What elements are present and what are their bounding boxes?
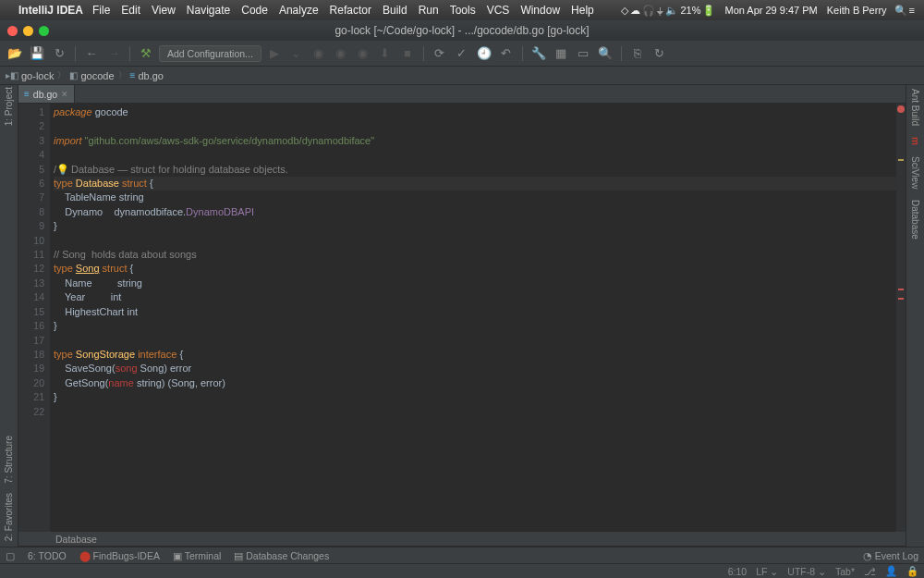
tool-database[interactable]: Database xyxy=(910,200,920,240)
user-name[interactable]: Keith B Perry xyxy=(827,5,887,16)
inspection-icon[interactable]: 👤 xyxy=(885,565,897,577)
coverage-button[interactable]: ◉ xyxy=(310,44,328,63)
commit-button[interactable]: ✓ xyxy=(453,44,471,63)
menu-file[interactable]: File xyxy=(92,4,110,17)
window-title: go-lock [~/Code/go-lock] - .../gocode/db… xyxy=(0,24,924,37)
cloud-icon[interactable]: ☁ xyxy=(630,5,640,17)
menu-navigate[interactable]: Navigate xyxy=(187,4,230,17)
nav-pkg[interactable]: ◧gocode xyxy=(69,70,114,81)
nav-root[interactable]: ▸◧go-lock xyxy=(6,70,54,81)
close-tab-icon[interactable]: ✕ xyxy=(61,90,68,99)
bottom-tool-stripe: ▢ 6: TODO ⬤ FindBugs-IDEA ▣ Terminal ▤ D… xyxy=(0,547,924,563)
menu-tools[interactable]: Tools xyxy=(450,4,476,17)
chevron-icon: 〉 xyxy=(57,69,66,81)
tab-db-go[interactable]: ≡ db.go ✕ xyxy=(18,85,75,103)
back-button[interactable]: ← xyxy=(82,44,101,63)
refresh-button[interactable]: ↻ xyxy=(650,44,669,63)
project-structure-button[interactable]: ▦ xyxy=(552,44,570,63)
dropbox-icon[interactable]: ◇ xyxy=(621,5,628,17)
concurrency-button[interactable]: ◉ xyxy=(354,44,372,63)
navigation-bar: ▸◧go-lock 〉 ◧gocode 〉 ≡db.go xyxy=(0,67,924,85)
menu-analyze[interactable]: Analyze xyxy=(279,4,319,17)
status-bar: 6:10 LF ⌄ UTF-8 ⌄ Tab* ⎇ 👤 🔒 xyxy=(0,563,924,578)
menu-run[interactable]: Run xyxy=(419,4,439,17)
open-button[interactable]: 📂 xyxy=(6,44,24,63)
menu-vcs[interactable]: VCS xyxy=(487,4,510,17)
headphones-icon[interactable]: 🎧 xyxy=(642,5,655,17)
tool-window-quick-access-icon[interactable]: ▢ xyxy=(6,550,15,561)
menu-refactor[interactable]: Refactor xyxy=(330,4,371,17)
code-editor[interactable]: 12345678910111213141516171819202122 pack… xyxy=(18,104,906,532)
build-button[interactable]: ⚒ xyxy=(137,44,155,63)
clock[interactable]: Mon Apr 29 9:47 PM xyxy=(724,5,817,16)
attach-button[interactable]: ⬇ xyxy=(376,44,395,63)
add-configuration-dropdown[interactable]: Add Configuration... xyxy=(159,45,261,62)
tool-favorites[interactable]: 2: Favorites xyxy=(4,493,14,541)
intention-bulb-icon[interactable]: 💡 xyxy=(56,164,69,175)
tool-sciview[interactable]: SciView xyxy=(910,156,920,189)
forward-button[interactable]: → xyxy=(104,44,123,63)
caret-position[interactable]: 6:10 xyxy=(728,566,747,577)
main-toolbar: 📂 💾 ↻ ← → ⚒ Add Configuration... ▶ ⌄ ◉ ◉… xyxy=(0,41,924,67)
tool-todo[interactable]: 6: TODO xyxy=(28,550,67,561)
indent-config[interactable]: Tab* xyxy=(835,566,855,577)
spotlight-icon[interactable]: 🔍 xyxy=(894,5,907,17)
settings-button[interactable]: 🔧 xyxy=(529,44,548,63)
git-branch-icon[interactable]: ⎇ xyxy=(864,566,876,577)
wifi-icon[interactable]: ⏚ xyxy=(657,5,663,16)
menu-window[interactable]: Window xyxy=(520,4,560,17)
code-area[interactable]: package gocode import "github.com/aws/aw… xyxy=(50,104,906,532)
tool-eventlog[interactable]: ◔ Event Log xyxy=(863,550,918,561)
warning-mark[interactable] xyxy=(898,159,904,161)
sync-gradle-button[interactable]: ⎘ xyxy=(628,44,647,63)
menu-extras-icon[interactable]: ≡ xyxy=(909,5,915,16)
file-encoding[interactable]: UTF-8 ⌄ xyxy=(787,566,826,577)
lock-icon[interactable]: 🔒 xyxy=(906,565,918,577)
search-button[interactable]: 🔍 xyxy=(596,44,614,63)
nav-file[interactable]: ≡db.go xyxy=(130,70,164,81)
menu-edit[interactable]: Edit xyxy=(121,4,140,17)
history-button[interactable]: 🕘 xyxy=(475,44,493,63)
run-button[interactable]: ▶ xyxy=(265,44,284,63)
tool-maven[interactable]: m xyxy=(910,137,920,145)
left-tool-stripe: 1: Project 7: Structure 2: Favorites xyxy=(0,85,18,547)
profile-button[interactable]: ◉ xyxy=(332,44,350,63)
tab-label: db.go xyxy=(33,89,57,100)
line-gutter: 12345678910111213141516171819202122 xyxy=(18,104,50,532)
error-indicator-icon[interactable] xyxy=(897,105,905,113)
debug-button[interactable]: ⌄ xyxy=(287,44,306,63)
chevron-icon: 〉 xyxy=(118,69,127,81)
battery-icon[interactable]: 🔋 xyxy=(702,5,715,17)
line-separator[interactable]: LF ⌄ xyxy=(756,566,778,577)
folder-icon: ◧ xyxy=(69,70,78,80)
workspace: 1: Project 7: Structure 2: Favorites ≡ d… xyxy=(0,85,924,547)
menu-help[interactable]: Help xyxy=(571,4,594,17)
update-button[interactable]: ⟳ xyxy=(431,44,449,63)
volume-icon[interactable]: 🔈 xyxy=(665,5,678,17)
stop-button[interactable]: ■ xyxy=(398,44,417,63)
go-file-icon: ≡ xyxy=(130,70,136,80)
right-tool-stripe: Ant Build m SciView Database xyxy=(906,85,924,547)
sync-button[interactable]: ↻ xyxy=(50,44,68,63)
sdk-button[interactable]: ▭ xyxy=(574,44,592,63)
tool-terminal[interactable]: ▣ Terminal xyxy=(173,550,221,561)
error-mark[interactable] xyxy=(898,298,904,300)
tool-ant[interactable]: Ant Build xyxy=(910,89,920,126)
menu-code[interactable]: Code xyxy=(241,4,268,17)
go-file-icon: ≡ xyxy=(24,89,30,99)
folder-icon: ▸◧ xyxy=(6,70,18,80)
tool-project[interactable]: 1: Project xyxy=(4,87,14,126)
app-name[interactable]: IntelliJ IDEA xyxy=(18,4,83,17)
tool-dbchanges[interactable]: ▤ Database Changes xyxy=(234,550,329,561)
breadcrumb-bar[interactable]: Database xyxy=(18,532,906,547)
menu-build[interactable]: Build xyxy=(383,4,407,17)
revert-button[interactable]: ↶ xyxy=(497,44,516,63)
error-stripe[interactable] xyxy=(896,104,906,532)
tool-findbugs[interactable]: ⬤ FindBugs-IDEA xyxy=(79,550,160,561)
tool-structure[interactable]: 7: Structure xyxy=(4,436,14,484)
error-mark[interactable] xyxy=(898,289,904,290)
save-all-button[interactable]: 💾 xyxy=(28,44,46,63)
menu-view[interactable]: View xyxy=(152,4,176,17)
window-titlebar: go-lock [~/Code/go-lock] - .../gocode/db… xyxy=(0,20,924,41)
breadcrumb-text[interactable]: Database xyxy=(55,534,97,545)
